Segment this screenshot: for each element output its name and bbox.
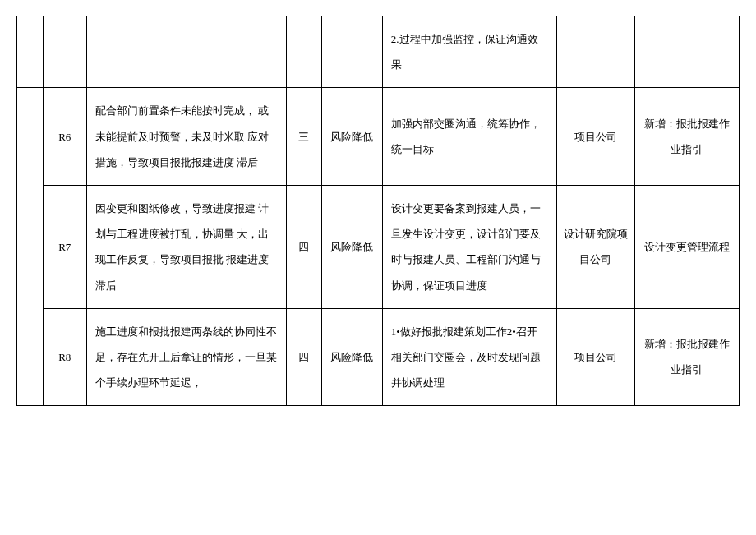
cell-description (86, 16, 287, 88)
cell-description: 配合部门前置条件未能按时完成， 或未能提前及时预警，未及时米取 应对措施，导致项… (86, 88, 287, 186)
cell-department: 项目公司 (556, 308, 634, 406)
cell-department (556, 16, 634, 88)
cell-gap (17, 16, 44, 88)
table-row: R6 配合部门前置条件未能按时完成， 或未能提前及时预警，未及时米取 应对措施，… (17, 88, 740, 186)
cell-id: R7 (43, 185, 86, 308)
cell-id: R8 (43, 308, 86, 406)
cell-department: 项目公司 (556, 88, 634, 186)
cell-strategy: 风险降低 (321, 185, 382, 308)
cell-measures: 设计变更要备案到报建人员，一旦发生设计变更，设计部门要及时与报建人员、工程部门沟… (382, 185, 556, 308)
cell-id (43, 16, 86, 88)
cell-description: 施工进度和报批报建两条线的协同性不足，存在先开丄后拿证的情形，一旦某个手续办理环… (86, 308, 287, 406)
cell-measures: 加强内部交圈沟通，统筹协作，统一目标 (382, 88, 556, 186)
cell-note: 设计变更管理流程 (634, 185, 739, 308)
cell-measures: 1•做好报批报建策划工作2•召开相关部门交圈会，及时发现问题并协调处理 (382, 308, 556, 406)
cell-id: R6 (43, 88, 86, 186)
document-table-container: 2.过程中加强监控，保证沟通效果 R6 配合部门前置条件未能按时完成， 或未能提… (16, 16, 740, 406)
cell-gap (17, 88, 44, 406)
cell-note: 新增：报批报建作业指引 (634, 308, 739, 406)
cell-level: 三 (287, 88, 321, 186)
cell-measures: 2.过程中加强监控，保证沟通效果 (382, 16, 556, 88)
cell-level (287, 16, 321, 88)
table-row: R7 因变更和图纸修改，导致进度报建 计划与工程进度被打乱，协调量 大，出现工作… (17, 185, 740, 308)
table-row: R8 施工进度和报批报建两条线的协同性不足，存在先开丄后拿证的情形，一旦某个手续… (17, 308, 740, 406)
risk-table: 2.过程中加强监控，保证沟通效果 R6 配合部门前置条件未能按时完成， 或未能提… (16, 16, 740, 406)
cell-level: 四 (287, 308, 321, 406)
cell-strategy: 风险降低 (321, 88, 382, 186)
cell-department: 设计研究院项目公司 (556, 185, 634, 308)
cell-note (634, 16, 739, 88)
table-row: 2.过程中加强监控，保证沟通效果 (17, 16, 740, 88)
cell-description: 因变更和图纸修改，导致进度报建 计划与工程进度被打乱，协调量 大，出现工作反复，… (86, 185, 287, 308)
cell-level: 四 (287, 185, 321, 308)
cell-strategy (321, 16, 382, 88)
cell-strategy: 风险降低 (321, 308, 382, 406)
cell-note: 新增：报批报建作业指引 (634, 88, 739, 186)
